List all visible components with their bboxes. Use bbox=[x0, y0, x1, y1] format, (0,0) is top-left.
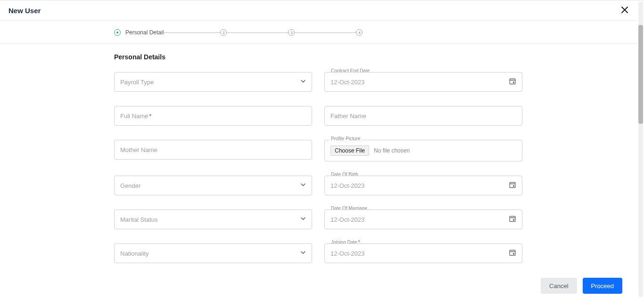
close-button[interactable] bbox=[619, 5, 630, 16]
contract-end-input[interactable]: 12-Oct-2023 bbox=[324, 72, 522, 92]
dom-field: Date Of Marriage 12-Oct-2023 bbox=[324, 209, 522, 229]
father-name-input[interactable]: Father Name bbox=[324, 106, 522, 126]
close-icon bbox=[621, 6, 628, 15]
svg-rect-1 bbox=[513, 82, 514, 83]
gender-field: Gender bbox=[114, 176, 312, 195]
nationality-select[interactable]: Nationality bbox=[114, 243, 312, 263]
calendar-icon[interactable] bbox=[509, 215, 516, 224]
marital-status-placeholder: Marital Status bbox=[120, 216, 157, 223]
modal-title: New User bbox=[8, 7, 41, 15]
svg-rect-6 bbox=[510, 250, 515, 256]
svg-rect-0 bbox=[510, 79, 515, 84]
form-scroll-area[interactable]: Personal Details Payroll Type Contract E… bbox=[1, 44, 637, 298]
page-scrollbar[interactable] bbox=[638, 1, 643, 297]
payroll-type-placeholder: Payroll Type bbox=[120, 79, 154, 86]
nationality-placeholder: Nationality bbox=[120, 250, 149, 257]
joining-date-field: Joining Date* 12-Oct-2023 bbox=[324, 243, 522, 263]
profile-picture-label: Profile Picture bbox=[329, 136, 362, 141]
step-connector bbox=[295, 32, 356, 33]
payroll-type-field: Payroll Type bbox=[114, 72, 312, 92]
scrollbar-thumb[interactable] bbox=[638, 25, 643, 124]
nationality-field: Nationality bbox=[114, 243, 312, 263]
mother-name-placeholder: Mother Name bbox=[120, 146, 157, 153]
stepper: Personal Detail 2 3 4 bbox=[1, 21, 637, 44]
calendar-icon[interactable] bbox=[509, 78, 516, 87]
full-name-field: Full Name* bbox=[114, 106, 312, 126]
step-2[interactable]: 2 bbox=[220, 29, 227, 36]
choose-file-button[interactable]: Choose File bbox=[330, 145, 369, 156]
step-connector bbox=[227, 32, 288, 33]
step-connector bbox=[164, 32, 220, 33]
step-circle-active bbox=[114, 29, 121, 36]
calendar-icon[interactable] bbox=[509, 181, 516, 190]
form-grid: Payroll Type Contract End Date 12-Oct-20… bbox=[114, 72, 524, 287]
section-title: Personal Details bbox=[114, 53, 524, 61]
svg-rect-4 bbox=[510, 217, 515, 222]
payroll-type-select[interactable]: Payroll Type bbox=[114, 72, 312, 92]
step-3[interactable]: 3 bbox=[288, 29, 295, 36]
step-4[interactable]: 4 bbox=[356, 29, 363, 36]
dom-value: 12-Oct-2023 bbox=[330, 216, 364, 223]
contract-end-value: 12-Oct-2023 bbox=[330, 79, 364, 86]
dob-value: 12-Oct-2023 bbox=[330, 182, 364, 189]
step-1[interactable]: Personal Detail bbox=[114, 29, 164, 36]
step-circle-3: 3 bbox=[288, 29, 295, 36]
gender-placeholder: Gender bbox=[120, 182, 140, 189]
contract-end-field: Contract End Date 12-Oct-2023 bbox=[324, 72, 522, 92]
dob-field: Date Of Birth 12-Oct-2023 bbox=[324, 176, 522, 195]
marital-status-select[interactable]: Marital Status bbox=[114, 209, 312, 229]
mother-name-field: Mother Name bbox=[114, 140, 312, 161]
svg-rect-3 bbox=[513, 185, 514, 187]
cancel-button[interactable]: Cancel bbox=[541, 278, 577, 294]
gender-select[interactable]: Gender bbox=[114, 176, 312, 195]
chevron-down-icon bbox=[300, 250, 306, 257]
required-asterisk: * bbox=[149, 113, 151, 120]
file-status-text: No file chosen bbox=[374, 147, 410, 154]
dom-input[interactable]: 12-Oct-2023 bbox=[324, 209, 522, 229]
modal-header: New User bbox=[1, 0, 637, 21]
svg-rect-5 bbox=[513, 219, 514, 221]
marital-status-field: Marital Status bbox=[114, 209, 312, 229]
mother-name-input[interactable]: Mother Name bbox=[114, 140, 312, 160]
step-label-1: Personal Detail bbox=[125, 29, 164, 36]
svg-rect-7 bbox=[513, 253, 514, 255]
father-name-placeholder: Father Name bbox=[330, 113, 366, 120]
step-circle-4: 4 bbox=[356, 29, 363, 36]
proceed-button[interactable]: Proceed bbox=[583, 278, 622, 294]
new-user-modal: New User Personal Detail 2 3 4 Personal … bbox=[1, 0, 637, 298]
full-name-placeholder: Full Name bbox=[120, 113, 148, 120]
profile-picture-field: Profile Picture Choose File No file chos… bbox=[324, 140, 522, 161]
calendar-icon[interactable] bbox=[509, 249, 516, 258]
modal-footer: Cancel Proceed bbox=[1, 274, 631, 298]
chevron-down-icon bbox=[300, 216, 306, 223]
joining-date-value: 12-Oct-2023 bbox=[330, 250, 364, 257]
profile-picture-box: Choose File No file chosen bbox=[324, 140, 522, 161]
joining-date-input[interactable]: 12-Oct-2023 bbox=[324, 243, 522, 263]
chevron-down-icon bbox=[300, 79, 306, 86]
dob-input[interactable]: 12-Oct-2023 bbox=[324, 176, 522, 195]
full-name-input[interactable]: Full Name* bbox=[114, 106, 312, 126]
form-inner: Personal Details Payroll Type Contract E… bbox=[114, 53, 524, 287]
svg-rect-2 bbox=[510, 183, 515, 188]
chevron-down-icon bbox=[300, 182, 306, 189]
step-circle-2: 2 bbox=[220, 29, 227, 36]
father-name-field: Father Name bbox=[324, 106, 522, 126]
